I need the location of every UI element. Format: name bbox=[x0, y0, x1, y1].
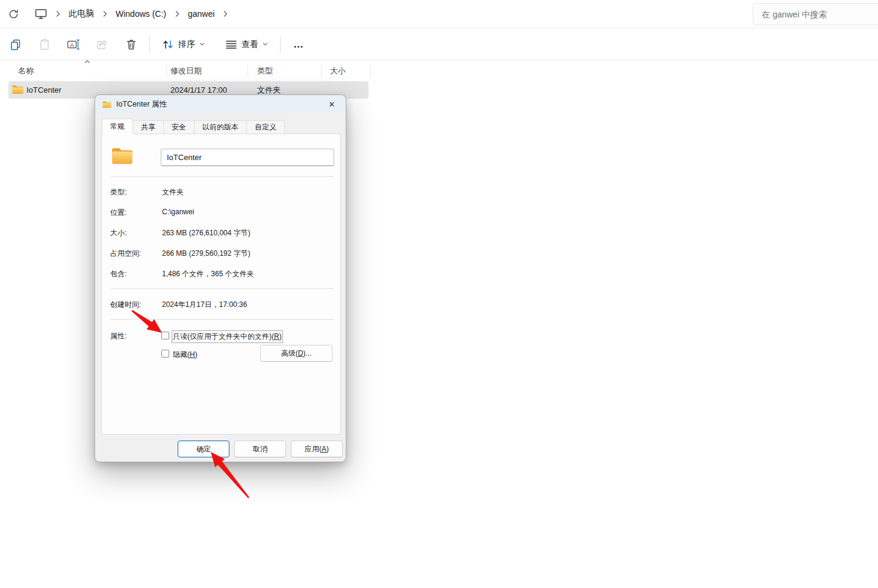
copy-button[interactable] bbox=[4, 33, 28, 56]
breadcrumb-item-ganwei[interactable]: ganwei bbox=[183, 6, 219, 22]
readonly-checkbox-label[interactable]: 只读(仅应用于文件夹中的文件)(R) bbox=[173, 332, 282, 342]
property-row-created: 创建时间: 2024年1月17日，17:00:36 bbox=[110, 300, 334, 311]
cancel-button[interactable]: 取消 bbox=[234, 441, 286, 457]
this-pc-icon bbox=[34, 8, 48, 20]
chevron-right-icon bbox=[99, 10, 111, 17]
address-bar: 此电脑 Windows (C:) ganwei bbox=[0, 0, 878, 28]
row-value: C:\ganwei bbox=[162, 208, 194, 216]
chevron-down-icon bbox=[199, 42, 205, 46]
row-value: 文件夹 bbox=[162, 187, 184, 197]
divider bbox=[110, 176, 334, 177]
view-icon bbox=[225, 40, 237, 49]
delete-button[interactable] bbox=[119, 33, 143, 56]
dialog-tabs: 常规 共享 安全 以前的版本 自定义 bbox=[102, 119, 285, 134]
row-label: 类型: bbox=[110, 187, 126, 197]
breadcrumb-device-button[interactable] bbox=[30, 4, 52, 24]
column-header-name[interactable]: 名称 bbox=[18, 62, 34, 80]
tab-general[interactable]: 常规 bbox=[102, 119, 133, 134]
column-headers: 名称 修改日期 类型 大小 bbox=[0, 62, 371, 80]
delete-icon bbox=[125, 39, 137, 51]
column-divider[interactable] bbox=[248, 65, 248, 77]
breadcrumb-item-this-pc[interactable]: 此电脑 bbox=[64, 5, 99, 22]
share-icon bbox=[96, 39, 108, 51]
chevron-down-icon bbox=[263, 42, 268, 46]
chevron-right-icon bbox=[171, 10, 183, 17]
file-type: 文件夹 bbox=[257, 85, 281, 96]
row-value: 2024年1月17日，17:00:36 bbox=[162, 300, 247, 310]
folder-name-input[interactable] bbox=[161, 149, 334, 166]
row-label: 大小: bbox=[110, 228, 126, 238]
toolbar-separator bbox=[149, 37, 150, 52]
row-value: 263 MB (276,610,004 字节) bbox=[162, 228, 251, 238]
property-row-contains: 包含: 1,486 个文件，365 个文件夹 bbox=[110, 269, 334, 280]
row-label: 占用空间: bbox=[110, 249, 141, 259]
sort-ascending-icon bbox=[84, 60, 90, 64]
refresh-button[interactable] bbox=[2, 4, 24, 24]
file-date: 2024/1/17 17:00 bbox=[170, 85, 227, 94]
properties-dialog: IoTCenter 属性 ✕ 常规 共享 安全 以前的版本 自定义 类型: 文件… bbox=[95, 94, 346, 462]
folder-icon-large bbox=[111, 146, 133, 165]
column-header-date[interactable]: 修改日期 bbox=[170, 62, 202, 80]
attributes-label: 属性: bbox=[110, 331, 126, 341]
hidden-checkbox-label[interactable]: 隐藏(H) bbox=[173, 350, 198, 360]
row-label: 位置: bbox=[110, 208, 126, 218]
row-value: 1,486 个文件，365 个文件夹 bbox=[162, 269, 254, 279]
divider bbox=[110, 319, 334, 320]
column-divider[interactable] bbox=[321, 65, 322, 77]
refresh-icon bbox=[8, 8, 19, 20]
tab-sharing[interactable]: 共享 bbox=[133, 120, 164, 134]
divider bbox=[110, 288, 334, 289]
tab-security[interactable]: 安全 bbox=[164, 120, 195, 134]
share-button bbox=[90, 33, 114, 56]
search-box bbox=[753, 3, 878, 25]
chevron-right-icon bbox=[52, 10, 64, 17]
rename-icon: A bbox=[67, 39, 80, 51]
file-name: IoTCenter bbox=[26, 85, 61, 94]
advanced-button[interactable]: 高级(D)... bbox=[260, 345, 332, 362]
more-icon: … bbox=[293, 39, 304, 51]
apply-button[interactable]: 应用(A) bbox=[291, 441, 343, 457]
paste-button bbox=[33, 33, 57, 56]
paste-icon bbox=[39, 39, 51, 51]
property-row-type: 类型: 文件夹 bbox=[110, 187, 334, 198]
row-label: 包含: bbox=[110, 269, 126, 279]
column-divider[interactable] bbox=[166, 65, 167, 77]
property-row-location: 位置: C:\ganwei bbox=[110, 208, 334, 218]
copy-icon bbox=[10, 39, 22, 51]
hidden-checkbox[interactable] bbox=[161, 350, 169, 357]
sort-label: 排序 bbox=[178, 39, 195, 50]
command-toolbar: A 排序 查看 bbox=[0, 29, 878, 60]
row-label: 创建时间: bbox=[110, 300, 141, 310]
toolbar-separator bbox=[280, 37, 281, 52]
ok-button[interactable]: 确定 bbox=[178, 441, 229, 457]
svg-text:A: A bbox=[70, 42, 73, 48]
folder-icon bbox=[12, 84, 23, 94]
folder-icon bbox=[102, 101, 111, 108]
file-explorer-window: 此电脑 Windows (C:) ganwei A bbox=[0, 0, 878, 588]
rename-button[interactable]: A bbox=[61, 33, 86, 56]
general-tab-panel: 类型: 文件夹 位置: C:\ganwei 大小: 263 MB (276,61… bbox=[101, 134, 341, 435]
tab-previous-versions[interactable]: 以前的版本 bbox=[195, 120, 247, 134]
close-icon[interactable]: ✕ bbox=[322, 96, 342, 112]
search-input[interactable] bbox=[753, 10, 878, 19]
property-row-size: 大小: 263 MB (276,610,004 字节) bbox=[110, 228, 334, 239]
column-header-type[interactable]: 类型 bbox=[257, 62, 273, 80]
view-button[interactable]: 查看 bbox=[219, 33, 274, 56]
chevron-right-icon bbox=[219, 10, 231, 17]
tab-customize[interactable]: 自定义 bbox=[247, 120, 285, 134]
dialog-title-bar[interactable]: IoTCenter 属性 ✕ bbox=[95, 95, 346, 113]
readonly-checkbox[interactable] bbox=[161, 332, 169, 339]
see-more-button[interactable]: … bbox=[287, 33, 311, 56]
breadcrumb-item-windows-c[interactable]: Windows (C:) bbox=[111, 6, 171, 22]
property-row-size-on-disk: 占用空间: 266 MB (279,560,192 字节) bbox=[110, 249, 334, 259]
sort-button[interactable]: 排序 bbox=[156, 33, 211, 56]
view-label: 查看 bbox=[241, 39, 258, 50]
column-divider[interactable] bbox=[370, 65, 371, 77]
row-value: 266 MB (279,560,192 字节) bbox=[162, 249, 251, 259]
column-header-size[interactable]: 大小 bbox=[330, 62, 346, 80]
sort-icon bbox=[162, 39, 174, 50]
dialog-title: IoTCenter 属性 bbox=[116, 99, 167, 110]
